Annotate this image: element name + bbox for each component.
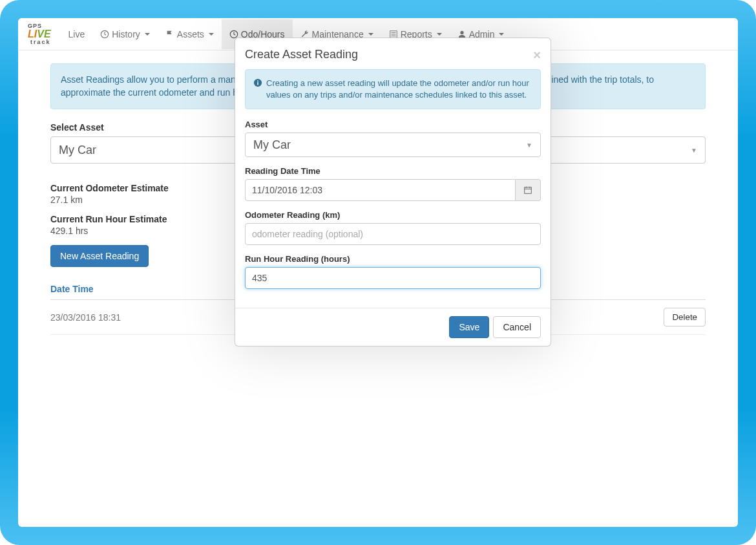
chevron-down-icon: ▼ <box>526 142 532 149</box>
close-icon[interactable]: × <box>533 48 541 63</box>
browser-frame: GPS LIVE track Live History <box>0 0 756 545</box>
datetime-input[interactable] <box>245 179 516 201</box>
odometer-field-group: Odometer Reading (km) <box>245 210 541 245</box>
datetime-label: Reading Date Time <box>245 166 541 176</box>
modal-title: Create Asset Reading <box>245 48 358 61</box>
nav-label: Assets <box>177 29 204 39</box>
selected-asset-value: My Car <box>59 144 96 157</box>
chevron-down-icon <box>209 33 214 36</box>
delete-button[interactable]: Delete <box>664 308 706 326</box>
modal-header: Create Asset Reading × <box>235 38 551 69</box>
datetime-field-group: Reading Date Time <box>245 166 541 201</box>
new-asset-reading-button[interactable]: New Asset Reading <box>50 245 149 267</box>
modal-info-alert: Creating a new asset reading will update… <box>245 69 541 109</box>
nav-label: Live <box>68 29 85 39</box>
chevron-down-icon <box>368 33 373 36</box>
app-window: GPS LIVE track Live History <box>18 18 738 527</box>
runhour-field-group: Run Hour Reading (hours) <box>245 254 541 289</box>
asset-select[interactable]: My Car ▼ <box>245 133 541 157</box>
chevron-down-icon <box>499 33 504 36</box>
asset-value: My Car <box>253 138 291 152</box>
clock-icon <box>100 30 109 39</box>
asset-field-group: Asset My Car ▼ <box>245 120 541 157</box>
asset-label: Asset <box>245 120 541 129</box>
logo: GPS LIVE track <box>28 23 51 45</box>
svg-rect-6 <box>257 81 258 82</box>
calendar-button[interactable] <box>516 179 541 201</box>
modal-container: Create Asset Reading × Creating a new as… <box>212 37 574 347</box>
modal-body: Creating a new asset reading will update… <box>235 69 551 308</box>
odometer-input[interactable] <box>245 223 541 245</box>
svg-rect-7 <box>525 187 532 194</box>
info-icon <box>253 78 262 101</box>
nav-live[interactable]: Live <box>61 19 93 49</box>
nav-history[interactable]: History <box>92 19 158 49</box>
create-asset-reading-modal: Create Asset Reading × Creating a new as… <box>235 37 551 347</box>
odometer-label: Odometer Reading (km) <box>245 210 541 220</box>
save-button[interactable]: Save <box>449 316 489 338</box>
svg-point-3 <box>460 30 463 34</box>
svg-rect-5 <box>257 82 258 85</box>
chevron-down-icon <box>437 33 442 36</box>
calendar-icon <box>523 186 532 195</box>
cancel-button[interactable]: Cancel <box>493 316 541 338</box>
chevron-down-icon: ▼ <box>691 147 697 154</box>
runhour-input[interactable] <box>245 267 541 289</box>
runhour-label: Run Hour Reading (hours) <box>245 254 541 264</box>
row-datetime: 23/03/2016 18:31 <box>50 312 121 323</box>
modal-alert-text: Creating a new asset reading will update… <box>266 78 532 101</box>
modal-footer: Save Cancel <box>235 308 551 346</box>
flag-icon <box>165 30 174 39</box>
nav-label: History <box>112 29 140 39</box>
chevron-down-icon <box>145 33 150 36</box>
